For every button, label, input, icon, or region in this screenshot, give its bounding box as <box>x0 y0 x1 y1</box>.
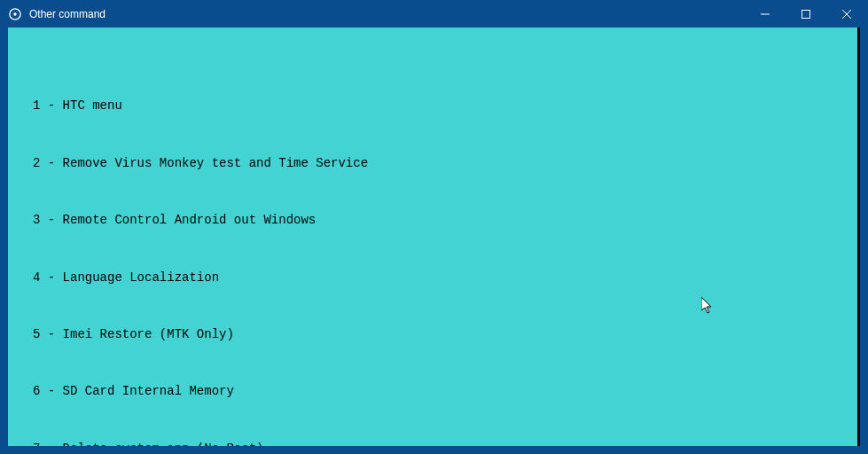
svg-point-1 <box>13 12 17 16</box>
menu-item: 6 - SD Card Internal Memory <box>8 384 857 398</box>
app-icon <box>8 7 22 21</box>
menu-item: 4 - Language Localization <box>8 270 857 285</box>
terminal-output[interactable]: 1 - HTC menu 2 - Remove Virus Monkey tes… <box>8 27 860 446</box>
menu-item: 7 - Delete system app (No Root) <box>8 442 857 446</box>
close-button[interactable] <box>826 1 867 27</box>
window-title: Other command <box>29 8 745 20</box>
window-controls <box>745 1 867 27</box>
svg-rect-3 <box>802 11 810 19</box>
maximize-button[interactable] <box>786 1 826 27</box>
menu-item: 3 - Remote Control Android out Windows <box>8 213 857 227</box>
titlebar[interactable]: Other command <box>1 1 867 27</box>
menu-item: 1 - HTC menu <box>8 98 857 113</box>
terminal-content: 1 - HTC menu 2 - Remove Virus Monkey tes… <box>8 56 857 446</box>
menu-item: 2 - Remove Virus Monkey test and Time Se… <box>8 156 857 170</box>
minimize-button[interactable] <box>745 1 786 27</box>
app-window: Other command 1 - HTC menu 2 - Remove Vi… <box>0 0 868 454</box>
menu-item: 5 - Imei Restore (MTK Only) <box>8 327 857 341</box>
